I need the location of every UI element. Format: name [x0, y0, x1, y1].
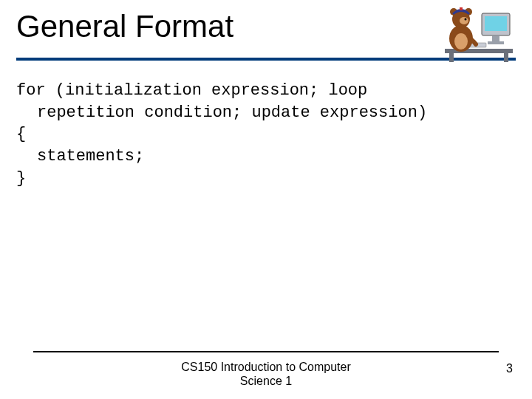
svg-point-15	[454, 33, 468, 50]
page-title: General Format	[16, 9, 233, 44]
svg-rect-14	[460, 7, 463, 10]
footer-course-line2: Science 1	[240, 375, 292, 387]
code-line-4: statements;	[16, 146, 489, 168]
code-line-5: }	[16, 169, 26, 188]
code-line-2: repetition condition; update expression)	[16, 102, 489, 124]
svg-rect-5	[492, 35, 499, 41]
svg-rect-1	[449, 53, 454, 62]
footer-course: CS150 Introduction to Computer Science 1	[0, 360, 532, 388]
svg-rect-6	[488, 41, 504, 44]
footer-course-line1: CS150 Introduction to Computer	[181, 361, 350, 373]
svg-point-12	[460, 17, 468, 24]
svg-rect-2	[504, 53, 508, 62]
footer-rule	[33, 351, 499, 352]
slide: General Format	[0, 0, 532, 399]
bear-computer-icon	[443, 6, 514, 64]
svg-point-13	[465, 18, 467, 21]
code-line-3: {	[16, 125, 26, 143]
code-block: for (initialization expression; loop rep…	[16, 80, 489, 189]
code-line-1: for (initialization expression; loop	[16, 81, 367, 100]
svg-rect-4	[485, 16, 507, 31]
page-number: 3	[506, 362, 513, 375]
title-underline	[16, 58, 516, 61]
